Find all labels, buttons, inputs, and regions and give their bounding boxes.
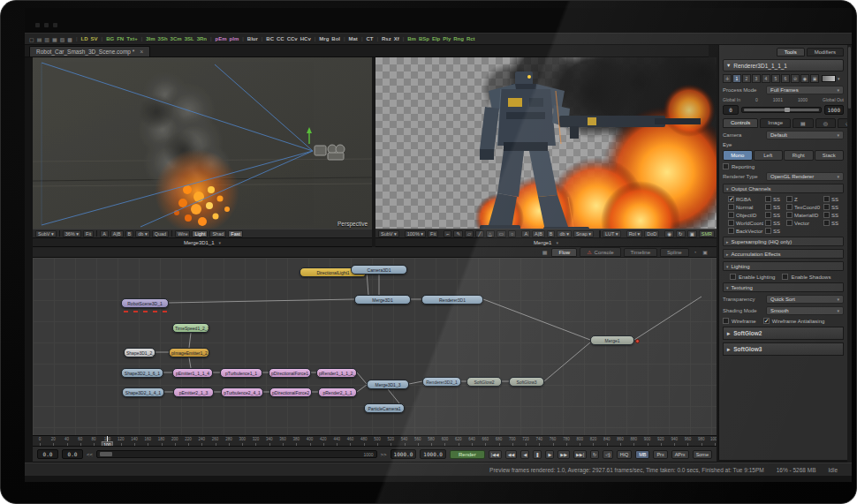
scrollbar-thumb[interactable] <box>100 452 112 456</box>
tool-shortcut-bol[interactable]: Bol <box>331 36 340 41</box>
view-button-2[interactable]: 2 <box>742 74 751 83</box>
chevron-down-icon[interactable]: ▾ <box>219 240 222 245</box>
node-connection[interactable] <box>483 299 590 340</box>
tool-shortcut-blur[interactable]: Blur <box>247 36 258 41</box>
viewer-btn-36[interactable]: 36% ▾ <box>63 230 81 237</box>
viewer-btn-a[interactable]: A <box>100 230 109 237</box>
tool-shortcut-fn[interactable]: FN <box>117 36 124 41</box>
playback-button[interactable]: ▶ <box>545 450 554 459</box>
folder-icon[interactable]: ▣ <box>810 74 819 83</box>
tool-header[interactable]: ▾ Renderer3D1_1_1_1 <box>723 59 844 71</box>
file-icon[interactable]: ▤ <box>37 36 42 42</box>
viewer-right-source-bar[interactable]: Merge1 ▾ <box>375 238 717 247</box>
tool-shortcut-txt[interactable]: Txt+ <box>126 36 138 41</box>
tool-shortcut-cc[interactable]: CC <box>277 36 284 41</box>
viewer-btn-fast[interactable]: Fast <box>228 230 243 237</box>
panel-icon[interactable]: ◔ <box>692 250 699 255</box>
expand-icon[interactable]: ▸ <box>727 330 730 337</box>
global-range-slider[interactable] <box>741 107 822 113</box>
tool-color-swatch[interactable] <box>822 75 836 82</box>
file-icon[interactable]: ▩ <box>67 36 72 42</box>
ellipse-tool-icon[interactable]: ○ <box>508 230 516 237</box>
reporting-row[interactable]: Reporting <box>723 163 844 169</box>
viewer-btn-rol[interactable]: Rol ▾ <box>626 230 643 237</box>
node-connection[interactable] <box>409 381 422 384</box>
node-connection[interactable] <box>169 299 354 303</box>
render-range-field[interactable]: 1000.0 <box>420 449 446 459</box>
tool-shortcut-pim[interactable]: pIm <box>230 36 239 41</box>
view-button-4[interactable]: 4 <box>762 74 770 83</box>
inspector-scrollbar[interactable] <box>847 45 852 463</box>
node-connection[interactable] <box>357 385 367 392</box>
viewer-btn-db[interactable]: db ▾ <box>135 230 149 237</box>
tool-shortcut-elp[interactable]: Elp <box>432 36 440 41</box>
lighting-option[interactable]: Enable Lighting <box>730 274 775 280</box>
color-swatch-icon[interactable] <box>599 230 601 237</box>
eye-option-mono[interactable]: Mono <box>723 150 753 161</box>
viewer-btn-fit[interactable]: Fit <box>83 230 94 237</box>
section-output-channels[interactable]: ▾Output Channels <box>723 184 844 193</box>
channel-checkbox[interactable] <box>823 196 830 202</box>
flow-node-particlecamera1[interactable]: ParticleCamera1 <box>364 403 405 413</box>
viewer-btn-100[interactable]: 100% ▾ <box>405 230 426 237</box>
viewer-btn-lut[interactable]: LUT ▾ <box>603 230 621 237</box>
playback-button[interactable]: |◀◀ <box>489 450 502 459</box>
view-button-1[interactable]: 1 <box>732 74 741 83</box>
line-tool-icon[interactable]: ╱ <box>475 230 483 237</box>
channel-checkbox[interactable] <box>786 220 793 226</box>
composition-tab[interactable]: Robot_Car_Smash_3D_Scene.comp * × <box>29 46 150 56</box>
timeline-ruler[interactable]: 0204060801001201401601802002202402602803… <box>33 435 717 447</box>
flow-node-pdirectionalforce1[interactable]: pDirectionalForce1 <box>269 368 311 378</box>
viewer-btn-a-b[interactable]: A|B <box>532 230 545 237</box>
playback-button[interactable]: ◀◀ <box>505 450 518 459</box>
close-icon[interactable]: × <box>140 49 143 55</box>
file-icon[interactable]: ▥ <box>44 36 49 42</box>
viewer-btn-b[interactable]: B <box>547 230 556 237</box>
viewer-btn-fit[interactable]: Fit <box>428 230 438 237</box>
viewer-left-source-bar[interactable]: Merge3D1_1 ▾ <box>33 238 372 247</box>
playback-button[interactable]: ❚ <box>533 450 542 459</box>
pen-tool-icon[interactable]: ✎ <box>453 230 463 237</box>
tool-shortcut-3cm[interactable]: 3Cm <box>171 36 182 41</box>
quality-some-button[interactable]: Some <box>693 450 712 459</box>
tool-shortcut-3rn[interactable]: 3Rn <box>197 36 207 41</box>
channel-checkbox[interactable] <box>728 196 734 202</box>
channel-checkbox[interactable] <box>765 212 771 218</box>
audio-icon[interactable]: ◁) <box>603 450 613 459</box>
tool-shortcut-3im[interactable]: 3Im <box>146 36 155 41</box>
flow-node-softglow2[interactable]: SoftGlow2 <box>466 377 502 387</box>
node-connection[interactable] <box>634 297 702 340</box>
chevron-down-icon[interactable]: ▾ <box>556 240 558 245</box>
tool-shortcut-ply[interactable]: Ply <box>443 36 451 41</box>
flow-node-shape3d1-2-2[interactable]: Shape3D1_2_2 <box>124 348 155 357</box>
viewer-btn-subv[interactable]: SubV ▾ <box>35 230 57 237</box>
grid-layout-icon[interactable]: ▦ <box>541 249 550 255</box>
node-connection[interactable] <box>189 333 191 348</box>
flow-node-renderer3d1[interactable]: Renderer3D1 <box>421 295 483 305</box>
stacked-tool-softglow3[interactable]: ▸ SoftGlow3 <box>723 342 844 356</box>
playback-button[interactable]: ▶▶ <box>557 450 570 459</box>
polyline-tool-icon[interactable]: ⌐ <box>444 230 451 237</box>
collapse-icon[interactable]: ▾ <box>727 62 730 69</box>
window-control-icon[interactable] <box>44 23 49 27</box>
file-icon[interactable]: ▧ <box>60 36 65 42</box>
section-lighting[interactable]: ▾Lighting <box>723 261 844 271</box>
subtab-icon[interactable]: ◎ <box>815 118 836 128</box>
mask-tool-icon[interactable]: ▱ <box>465 230 474 237</box>
section-accumulation[interactable]: ▸Accumulation Effects <box>723 249 844 259</box>
wireframe-checkbox[interactable] <box>723 318 729 324</box>
view-button-6[interactable]: 6 <box>781 74 790 83</box>
section-texturing[interactable]: ▾Texturing <box>723 282 844 292</box>
wireframe-option[interactable]: Wireframe Antialiasing <box>763 318 825 324</box>
tool-shortcut-xf[interactable]: Xf <box>394 36 399 41</box>
camera-dropdown[interactable]: Default▾ <box>766 131 844 139</box>
view-button-5[interactable]: 5 <box>771 74 780 83</box>
tool-shortcut-3sl[interactable]: 3SL <box>185 36 194 41</box>
channel-checkbox[interactable] <box>728 228 734 234</box>
node-connection[interactable] <box>388 389 399 403</box>
viewer-btn-light[interactable]: Light <box>192 230 208 237</box>
flow-node-prender2-1-1[interactable]: pRender2_1_1 <box>318 387 357 397</box>
node-connection[interactable] <box>544 342 590 381</box>
viewer-btn-snap[interactable]: Snap ▾ <box>573 230 594 237</box>
jump-start-button[interactable]: << <box>87 452 93 457</box>
